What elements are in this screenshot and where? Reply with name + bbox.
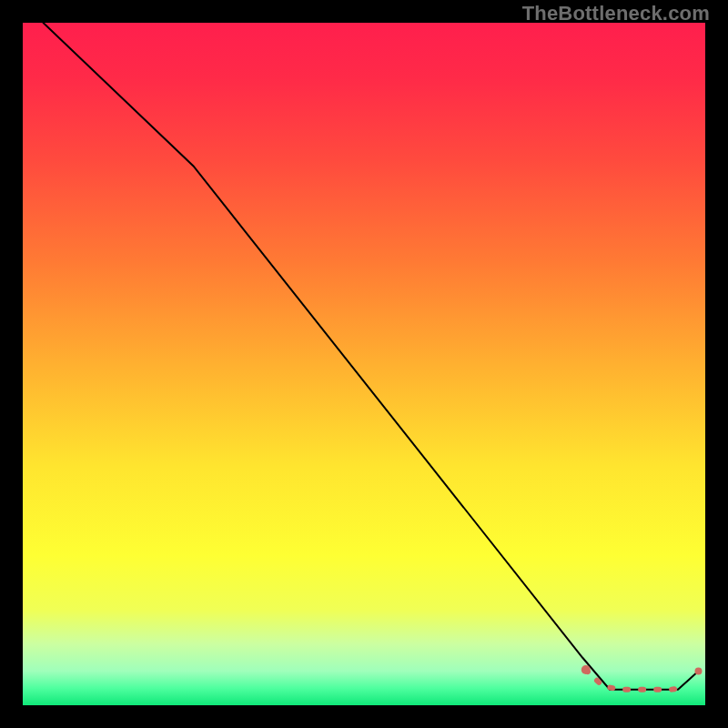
optimal-zone-start-marker (581, 665, 591, 674)
plot-area (23, 23, 705, 705)
gradient-background (23, 23, 705, 705)
chart-frame: TheBottleneck.com (0, 0, 728, 728)
end-marker (695, 668, 703, 675)
chart-svg (23, 23, 705, 705)
